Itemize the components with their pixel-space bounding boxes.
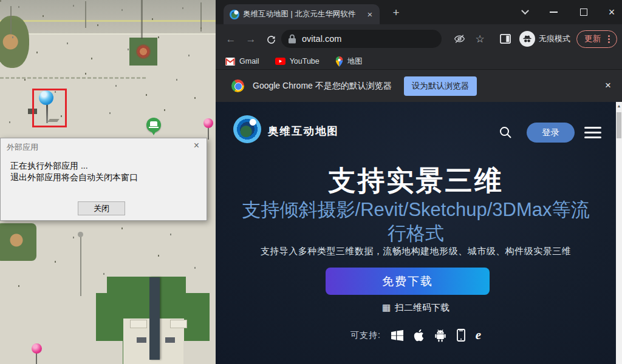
- map-queue-line: [0, 77, 146, 79]
- map-people-specks: [0, 0, 1, 2]
- minimize-button[interactable]: [541, 0, 566, 24]
- browser-tab[interactable]: 奥维互动地图 | 北京元生华网软件 ×: [224, 4, 380, 24]
- scrollbar-thumb[interactable]: [617, 112, 621, 138]
- reload-button[interactable]: [263, 32, 279, 47]
- bookmark-gmail[interactable]: Gmail: [225, 57, 259, 66]
- monument-structure: [165, 337, 175, 343]
- qr-label: 扫二维码下载: [395, 302, 449, 312]
- toolbar-right-cluster: ☆ 无痕模式 更新: [450, 24, 622, 53]
- infobar-close-icon[interactable]: ×: [605, 79, 611, 92]
- scroll-up-arrow[interactable]: ▲: [616, 104, 622, 108]
- windows-icon: [391, 330, 403, 341]
- pink-map-pin-right[interactable]: [203, 118, 213, 128]
- selection-highlight-rect: [32, 89, 67, 127]
- bookmark-label: Gmail: [239, 57, 259, 66]
- monument-terrace: [130, 320, 147, 328]
- pink-pin-stick: [208, 127, 209, 140]
- map-flowerbed: [136, 44, 151, 59]
- new-tab-button[interactable]: +: [389, 5, 403, 20]
- side-panel-icon[interactable]: [496, 30, 514, 48]
- site-brand-title: 奥维互动地图: [268, 124, 339, 138]
- default-browser-infobar: Google Chrome 不是您的默认浏览器 设为默认浏览器 ×: [216, 69, 622, 102]
- bookmarks-bar: Gmail YouTube 地图: [216, 53, 622, 69]
- map-garden-left: [0, 223, 36, 261]
- incognito-badge: [519, 31, 535, 47]
- map-lamppost-tall: [80, 235, 81, 296]
- youtube-icon: [275, 58, 285, 65]
- tab-strip: 奥维互动地图 | 北京元生华网软件 × + ×: [216, 0, 622, 24]
- supported-platforms: 可支持: e: [216, 328, 616, 343]
- address-bar[interactable]: ovital.com: [281, 30, 442, 48]
- bookmark-youtube[interactable]: YouTube: [275, 57, 320, 66]
- dialog-message-line1: 正在执行外部应用 ...: [10, 160, 138, 172]
- map-flagpole-shadow: [141, 0, 143, 39]
- eye-off-icon[interactable]: [450, 30, 468, 48]
- update-label: 更新: [584, 33, 601, 44]
- chrome-logo-icon: [231, 79, 244, 92]
- webpage-ovital: 奥维互动地图 登录 支持实景三维 支持倾斜摄影/Revit/Sketchup/3…: [216, 102, 622, 364]
- internet-explorer-icon: e: [476, 328, 481, 343]
- page-scrollbar[interactable]: ▲: [616, 102, 622, 364]
- gmail-icon: [225, 58, 235, 66]
- map-flag-square: [129, 38, 157, 66]
- platforms-label: 可支持:: [350, 330, 381, 341]
- ovital-favicon-icon: [230, 10, 239, 19]
- back-button[interactable]: ←: [223, 32, 239, 47]
- screen: 外部应用 × 正在执行外部应用 ... 退出外部应用将会自动关闭本窗口 关闭 奥…: [0, 0, 622, 364]
- monument-structure: [137, 337, 146, 343]
- site-header: 奥维互动地图 登录: [216, 102, 622, 146]
- close-window-button[interactable]: ×: [600, 0, 622, 24]
- monument-green-step: [107, 277, 186, 295]
- tab-title: 奥维互动地图 | 北京元生华网软件: [243, 9, 361, 19]
- apple-icon: [414, 329, 424, 342]
- url-text: ovital.com: [302, 34, 341, 44]
- landmark-icon: [150, 121, 157, 126]
- monument-step-right: [183, 341, 210, 364]
- map-lamppost: [10, 6, 12, 34]
- hamburger-menu-icon[interactable]: [584, 127, 601, 138]
- maximize-button[interactable]: [572, 0, 596, 24]
- external-app-dialog: 外部应用 × 正在执行外部应用 ... 退出外部应用将会自动关闭本窗口 关闭: [0, 138, 207, 221]
- login-button[interactable]: 登录: [527, 123, 575, 143]
- monument-terrace: [170, 320, 187, 328]
- minimize-icon: [550, 12, 558, 13]
- menu-dots-icon[interactable]: [603, 33, 614, 44]
- android-icon: [434, 329, 446, 342]
- incognito-mode-label: 无痕模式: [539, 33, 570, 44]
- dialog-message: 正在执行外部应用 ... 退出外部应用将会自动关闭本窗口: [10, 160, 138, 183]
- dialog-close-icon[interactable]: ×: [194, 141, 199, 150]
- qr-code-icon: ▦: [382, 302, 391, 312]
- incognito-icon: [522, 35, 532, 43]
- forward-button[interactable]: →: [243, 32, 259, 47]
- green-poi-marker[interactable]: [146, 118, 161, 132]
- free-download-button[interactable]: 免费下载: [326, 268, 490, 295]
- dialog-close-button[interactable]: 关闭: [78, 201, 125, 215]
- lock-icon: [289, 34, 296, 44]
- close-icon: ×: [609, 7, 615, 18]
- dialog-message-line2: 退出外部应用将会自动关闭本窗口: [10, 172, 138, 183]
- dialog-title: 外部应用: [7, 142, 38, 153]
- bookmark-label: YouTube: [290, 57, 320, 66]
- ovital-logo[interactable]: [233, 115, 261, 143]
- bookmark-star-icon[interactable]: ☆: [471, 30, 489, 48]
- mobile-phone-icon: [457, 329, 465, 342]
- pink-map-pin-bottom[interactable]: [32, 343, 42, 354]
- set-default-browser-button[interactable]: 设为默认浏览器: [404, 76, 477, 96]
- monument-step-left: [96, 341, 123, 364]
- scan-qr-download[interactable]: ▦扫二维码下载: [216, 302, 616, 314]
- browser-window: 奥维互动地图 | 北京元生华网软件 × + × ← → ovital.com: [216, 0, 622, 364]
- hero-heading: 支持实景三维: [216, 163, 616, 199]
- tab-close-icon[interactable]: ×: [365, 10, 375, 19]
- infobar-message: Google Chrome 不是您的默认浏览器: [253, 81, 392, 92]
- maps-icon: [335, 56, 343, 67]
- map-lamppost-top: [78, 232, 83, 237]
- update-chrome-button[interactable]: 更新: [576, 30, 617, 48]
- map-road-line: [0, 20, 216, 22]
- tab-search-button[interactable]: [513, 0, 537, 24]
- site-search-button[interactable]: [498, 125, 513, 140]
- reload-icon: [266, 35, 276, 45]
- hero-description: 支持导入多种类型三维数据，流畅地构建地形级、城市级、构件级实景三维: [216, 246, 616, 257]
- bookmark-maps[interactable]: 地图: [335, 56, 363, 67]
- map-road: [0, 0, 216, 34]
- hero-subheading: 支持倾斜摄影/Revit/Sketchup/3DMax等流行格式: [238, 198, 593, 245]
